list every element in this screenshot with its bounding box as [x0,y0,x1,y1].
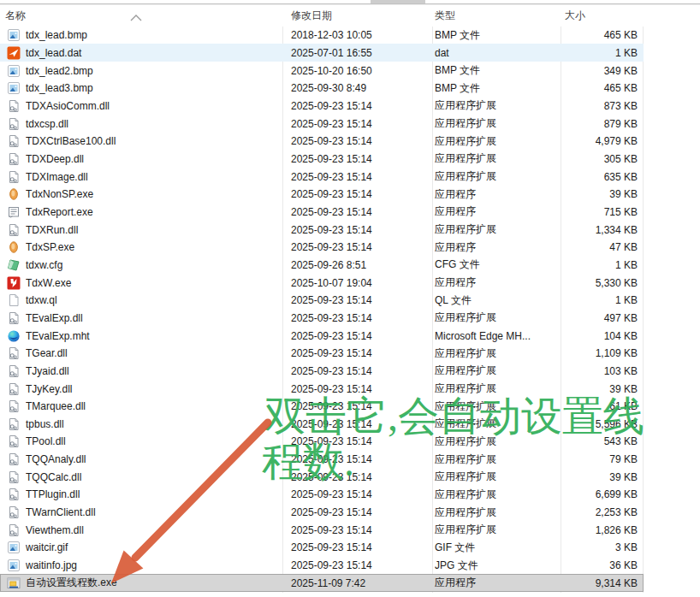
file-name: TDXAsioComm.dll [26,97,281,115]
tdx-exe-red-icon [7,274,21,292]
file-name: TDXDeep.dll [26,150,281,168]
file-row[interactable]: TDXAsioComm.dll2025-09-23 15:14应用程序扩展873… [0,97,644,115]
dll-file-icon [7,504,21,522]
file-size: 1 KB [479,292,638,310]
file-name: TQQAnaly.dll [26,451,281,469]
file-row[interactable]: Viewthem.dll2025-09-23 15:14应用程序扩展1,826 … [0,521,644,539]
dll-file-icon [7,415,21,433]
file-row[interactable]: waitinfo.jpg2025-09-23 15:14JPG 文件36 KB [0,557,644,575]
file-name: TEvalExp.mht [26,327,281,345]
file-date-modified: 2025-09-30 8:49 [291,80,431,98]
file-row[interactable]: TWarnClient.dll2025-09-23 15:14应用程序扩展2,2… [0,504,644,522]
file-size: 1 KB [479,44,638,62]
dll-file-icon [7,398,21,416]
file-date-modified: 2025-10-07 19:04 [291,274,431,292]
file-date-modified: 2025-09-23 15:14 [291,309,431,327]
file-date-modified: 2025-09-23 15:14 [291,133,431,151]
file-date-modified: 2025-09-26 8:51 [291,256,431,274]
file-row[interactable]: TGear.dll2025-09-23 15:14应用程序扩展1,109 KB [0,345,644,363]
report-file-icon [7,203,21,221]
file-size: 3 KB [479,539,638,557]
file-name: TJyaid.dll [26,362,281,380]
file-row[interactable]: tdxw.ql2025-09-23 15:14QL 文件1 KB [0,292,644,310]
file-row[interactable]: TdxSP.exe2025-09-23 15:14应用程序47 KB [0,239,644,257]
file-row[interactable]: 自动设置线程数.exe2025-11-09 7:42应用程序9,314 KB [0,574,644,592]
tdx-dat-icon [7,44,21,62]
dll-file-icon [7,345,21,363]
file-name: tdx_lead.dat [26,44,281,62]
file-row[interactable]: TJyaid.dll2025-09-23 15:14应用程序扩展103 KB [0,362,644,380]
dll-file-icon [7,380,21,398]
dll-file-icon [7,433,21,451]
file-date-modified: 2025-09-23 15:14 [291,539,431,557]
file-row[interactable]: TdxW.exe2025-10-07 19:04应用程序5,330 KB [0,274,644,292]
file-size: 6,699 KB [479,486,638,504]
file-date-modified: 2025-09-23 15:14 [291,345,431,363]
image-file-icon [7,557,21,575]
file-date-modified: 2025-07-01 16:55 [291,44,431,62]
file-name: tdx_lead2.bmp [26,62,281,80]
file-row[interactable]: TEvalExp.mht2025-09-23 15:14Microsoft Ed… [0,327,644,345]
file-row[interactable]: tdxcsp.dll2025-09-23 15:14应用程序扩展879 KB [0,115,644,133]
file-size: 305 KB [479,150,638,168]
file-date-modified: 2025-09-23 15:14 [291,203,431,221]
file-name: TDXRun.dll [26,221,281,239]
file-row[interactable]: TdxNonSP.exe2025-09-23 15:14应用程序39 KB [0,186,644,204]
file-size: 465 KB [479,27,638,44]
file-size: 497 KB [479,309,638,327]
file-date-modified: 2025-09-23 15:14 [291,504,431,522]
file-size: 4,979 KB [479,133,638,151]
file-row[interactable]: TDXCtrlBase100.dll2025-09-23 15:14应用程序扩展… [0,133,644,151]
file-row[interactable]: TDXRun.dll2025-09-23 15:14应用程序扩展1,334 KB [0,221,644,239]
file-size: 1 KB [479,256,638,274]
dll-file-icon [7,362,21,380]
file-name: tpbus.dll [26,415,281,433]
file-date-modified: 2025-09-23 15:14 [291,557,431,575]
file-row[interactable]: tdxw.cfg2025-09-26 8:51CFG 文件1 KB [0,256,644,274]
file-row[interactable]: tdx_lead.dat2025-07-01 16:55dat1 KB [0,44,644,62]
file-date-modified: 2025-09-23 15:14 [291,239,431,257]
file-row[interactable]: TDXDeep.dll2025-09-23 15:14应用程序扩展305 KB [0,150,644,168]
file-size: 1,826 KB [479,521,638,539]
file-name: TPool.dll [26,433,281,451]
file-name: TJyKey.dll [26,380,281,398]
file-date-modified: 2025-09-23 15:14 [291,115,431,133]
file-size: 635 KB [479,168,638,186]
file-size: 39 KB [479,186,638,204]
dll-file-icon [7,133,21,151]
file-size: 1,109 KB [479,345,638,363]
file-row[interactable]: waitcir.gif2025-09-23 15:14GIF 文件3 KB [0,539,644,557]
file-row[interactable]: tdx_lead3.bmp2025-09-30 8:49BMP 文件465 KB [0,80,644,98]
file-name: 自动设置线程数.exe [26,574,281,592]
setup-exe-icon [7,574,21,592]
file-date-modified: 2025-09-23 15:14 [291,186,431,204]
file-size: 879 KB [479,115,638,133]
file-size: 5,330 KB [479,274,638,292]
file-row[interactable]: TTPlugin.dll2025-09-23 15:14应用程序扩展6,699 … [0,486,644,504]
file-date-modified: 2025-09-23 15:14 [291,97,431,115]
file-name: TdxReport.exe [26,203,281,221]
file-row[interactable]: tdx_lead2.bmp2025-10-20 16:50BMP 文件349 K… [0,62,644,80]
dll-file-icon [7,221,21,239]
file-date-modified: 2025-09-23 15:14 [291,168,431,186]
annotation-text-line1: 双击它,会自动设置线 [264,396,644,437]
file-row[interactable]: TdxReport.exe2025-09-23 15:14应用程序715 KB [0,203,644,221]
file-row[interactable]: TDXImage.dll2025-09-23 15:14应用程序扩展635 KB [0,168,644,186]
dll-file-icon [7,486,21,504]
file-name: Viewthem.dll [26,521,281,539]
file-date-modified: 2025-11-09 7:42 [291,574,431,592]
dll-file-icon [7,468,21,486]
file-date-modified: 2025-09-23 15:14 [291,486,431,504]
dll-file-icon [7,115,21,133]
file-row[interactable]: TEvalExp.dll2025-09-23 15:14应用程序扩展497 KB [0,309,644,327]
file-row[interactable]: tdx_lead.bmp2018-12-03 10:05BMP 文件465 KB [0,27,644,44]
file-name: waitinfo.jpg [26,557,281,575]
image-file-icon [7,80,21,98]
exe-orange-icon [7,239,21,257]
dll-file-icon [7,150,21,168]
file-name: tdx_lead.bmp [26,27,281,44]
file-name: TdxW.exe [26,274,281,292]
file-name: TQQCalc.dll [26,468,281,486]
file-size: 1,334 KB [479,221,638,239]
file-explorer-list-view: 名称 修改日期 类型 大小 tdx_lead.bmp2018-12-03 10:… [0,0,700,597]
